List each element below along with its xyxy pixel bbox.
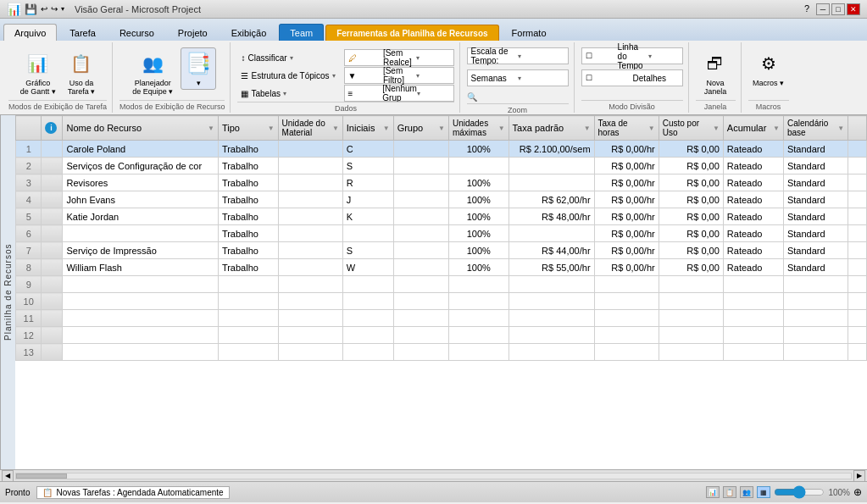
- resource-costuse-cell[interactable]: [659, 276, 723, 293]
- resource-material-cell[interactable]: [278, 327, 342, 344]
- row-extra-cell[interactable]: [848, 225, 867, 242]
- tab-ferramentas[interactable]: Ferramentas da Planilha de Recursos: [325, 25, 498, 41]
- resource-basecal-cell[interactable]: [783, 327, 848, 344]
- resource-material-cell[interactable]: [278, 276, 342, 293]
- resource-initials-cell[interactable]: [342, 293, 393, 310]
- semanas-combo[interactable]: Semanas ▾: [467, 69, 569, 86]
- resource-initials-cell[interactable]: J: [342, 191, 393, 208]
- resource-initials-cell[interactable]: W: [342, 259, 393, 276]
- tab-formato[interactable]: Formato: [501, 24, 558, 41]
- resource-accrue-cell[interactable]: Rateado: [723, 141, 783, 158]
- row-extra-cell[interactable]: [848, 327, 867, 344]
- linha-tempo-combo[interactable]: ☐ Linha do Tempo ▾: [581, 47, 683, 64]
- resource-accrue-cell[interactable]: [723, 276, 783, 293]
- resource-accrue-cell[interactable]: Rateado: [723, 158, 783, 174]
- resource-stdrate-cell[interactable]: R$ 48,00/hr: [509, 208, 594, 225]
- resource-name-cell[interactable]: [63, 344, 218, 361]
- col-std-rate[interactable]: Taxa padrão ▼: [509, 116, 594, 141]
- row-indicator[interactable]: [42, 225, 63, 242]
- resource-stdrate-cell[interactable]: [509, 158, 594, 174]
- macros-button[interactable]: ⚙ Macros ▾: [748, 47, 788, 90]
- row-indicator[interactable]: [42, 158, 63, 174]
- resource-material-cell[interactable]: [278, 174, 342, 191]
- sem-filtro-combo[interactable]: ▼ [Sem Filtro] ▾: [344, 67, 454, 84]
- row-indicator[interactable]: [42, 293, 63, 310]
- resource-costuse-cell[interactable]: [659, 344, 723, 361]
- resource-basecal-cell[interactable]: [783, 344, 848, 361]
- row-number[interactable]: 8: [16, 259, 42, 276]
- estrutura-button[interactable]: ☰ Estrutura de Tópicos ▾: [237, 67, 338, 84]
- row-indicator[interactable]: [42, 242, 63, 259]
- resource-initials-cell[interactable]: [342, 276, 393, 293]
- resource-initials-cell[interactable]: S: [342, 242, 393, 259]
- resource-material-cell[interactable]: [278, 225, 342, 242]
- resource-material-cell[interactable]: [278, 141, 342, 158]
- table-row[interactable]: 11: [16, 310, 867, 327]
- resource-material-cell[interactable]: [278, 208, 342, 225]
- resource-type-cell[interactable]: [218, 327, 278, 344]
- tabelas-button[interactable]: ▦ Tabelas ▾: [237, 85, 338, 102]
- resource-ovtrate-cell[interactable]: [594, 327, 659, 344]
- row-number[interactable]: 3: [16, 174, 42, 191]
- table-row[interactable]: 3RevisoresTrabalhoR100%R$ 0,00/hrR$ 0,00…: [16, 174, 867, 191]
- resource-initials-cell[interactable]: R: [342, 174, 393, 191]
- row-extra-cell[interactable]: [848, 276, 867, 293]
- col-name[interactable]: Nome do Recurso ▼: [63, 116, 218, 141]
- scroll-right-btn[interactable]: ▶: [853, 470, 865, 482]
- resource-name-cell[interactable]: Serviço de Impressão: [63, 242, 218, 259]
- col-cost-use[interactable]: Custo porUso ▼: [659, 116, 723, 141]
- resource-ovtrate-cell[interactable]: R$ 0,00/hr: [594, 208, 659, 225]
- resource-name-cell[interactable]: [63, 293, 218, 310]
- resource-material-cell[interactable]: [278, 191, 342, 208]
- resource-costuse-cell[interactable]: [659, 310, 723, 327]
- scroll-thumb[interactable]: [16, 474, 67, 479]
- table-wrapper[interactable]: i Nome do Recurso ▼ Tipo ▼: [15, 115, 867, 469]
- resource-maxunits-cell[interactable]: 100%: [448, 208, 509, 225]
- resource-maxunits-cell[interactable]: 100%: [448, 225, 509, 242]
- resource-name-cell[interactable]: [63, 310, 218, 327]
- row-indicator[interactable]: [42, 174, 63, 191]
- row-number[interactable]: 7: [16, 242, 42, 259]
- resource-type-cell[interactable]: [218, 310, 278, 327]
- resource-costuse-cell[interactable]: R$ 0,00: [659, 141, 723, 158]
- row-number[interactable]: 6: [16, 225, 42, 242]
- resource-costuse-cell[interactable]: R$ 0,00: [659, 158, 723, 174]
- row-extra-cell[interactable]: [848, 208, 867, 225]
- row-indicator[interactable]: [42, 141, 63, 158]
- horizontal-scrollbar[interactable]: ◀ ▶: [0, 469, 867, 481]
- resource-accrue-cell[interactable]: Rateado: [723, 174, 783, 191]
- close-button[interactable]: ✕: [847, 3, 860, 15]
- resource-name-cell[interactable]: John Evans: [63, 191, 218, 208]
- resource-accrue-cell[interactable]: [723, 310, 783, 327]
- col-type[interactable]: Tipo ▼: [218, 116, 278, 141]
- resource-initials-cell[interactable]: [342, 225, 393, 242]
- row-indicator[interactable]: [42, 344, 63, 361]
- resource-costuse-cell[interactable]: R$ 0,00: [659, 259, 723, 276]
- task-usage-button[interactable]: 📋 Uso daTarefa ▾: [64, 47, 100, 98]
- resource-accrue-cell[interactable]: [723, 293, 783, 310]
- col-accrue[interactable]: Acumular ▼: [723, 116, 783, 141]
- resource-basecal-cell[interactable]: Standard: [783, 174, 848, 191]
- resource-group-cell[interactable]: [393, 293, 448, 310]
- nenhum-grupo-combo[interactable]: ≡ [Nenhum Grup ▾: [344, 85, 454, 102]
- resource-name-cell[interactable]: [63, 327, 218, 344]
- scroll-left-btn[interactable]: ◀: [2, 470, 14, 482]
- view-resource-icon[interactable]: 👥: [740, 486, 753, 498]
- nova-janela-button[interactable]: 🗗 NovaJanela: [697, 47, 733, 98]
- view-task-icon[interactable]: 📋: [723, 486, 736, 498]
- resource-type-cell[interactable]: Trabalho: [218, 191, 278, 208]
- resource-costuse-cell[interactable]: R$ 0,00: [659, 174, 723, 191]
- resource-group-cell[interactable]: [393, 225, 448, 242]
- resource-group-cell[interactable]: [393, 276, 448, 293]
- resource-type-cell[interactable]: Trabalho: [218, 158, 278, 174]
- zoom-plus-icon[interactable]: ⊕: [853, 486, 862, 498]
- col-ovt-rate[interactable]: Taxa dehoras ▼: [594, 116, 659, 141]
- resource-name-cell[interactable]: William Flash: [63, 259, 218, 276]
- resource-maxunits-cell[interactable]: [448, 293, 509, 310]
- resource-costuse-cell[interactable]: R$ 0,00: [659, 208, 723, 225]
- resource-accrue-cell[interactable]: Rateado: [723, 242, 783, 259]
- maximize-button[interactable]: □: [831, 3, 845, 15]
- row-indicator[interactable]: [42, 208, 63, 225]
- resource-ovtrate-cell[interactable]: R$ 0,00/hr: [594, 259, 659, 276]
- resource-group-cell[interactable]: [393, 174, 448, 191]
